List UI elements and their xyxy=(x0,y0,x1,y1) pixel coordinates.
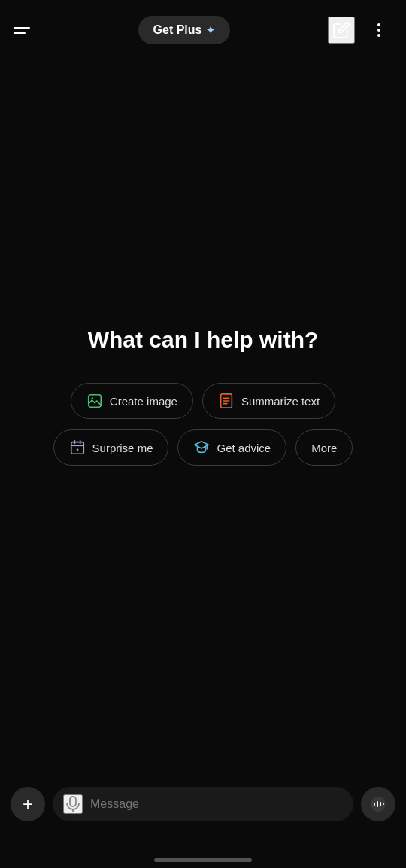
microphone-button[interactable] xyxy=(63,794,83,814)
svg-rect-0 xyxy=(89,395,102,408)
menu-button[interactable] xyxy=(14,17,41,44)
summarize-text-button[interactable]: Summarize text xyxy=(202,383,335,419)
get-plus-button[interactable]: Get Plus ✦ xyxy=(138,16,231,44)
header-right-actions xyxy=(328,17,392,44)
voice-wave-icon xyxy=(370,796,386,812)
page-headline: What can I help with? xyxy=(88,327,319,353)
add-icon: + xyxy=(23,794,33,815)
svg-rect-15 xyxy=(374,803,375,806)
summarize-text-label: Summarize text xyxy=(241,395,320,408)
suggestion-buttons-container: Create image Summarize text xyxy=(53,383,353,466)
message-input-area xyxy=(53,787,353,821)
get-advice-button[interactable]: Get advice xyxy=(177,429,286,466)
svg-point-10 xyxy=(76,448,78,451)
overflow-dot xyxy=(377,23,380,26)
mic-icon xyxy=(66,796,80,812)
edit-button[interactable] xyxy=(328,17,355,44)
voice-wave-button[interactable] xyxy=(361,787,395,821)
calendar-icon xyxy=(69,439,86,456)
suggestion-row-1: Create image Summarize text xyxy=(71,383,335,419)
edit-icon xyxy=(332,21,350,39)
document-icon xyxy=(218,393,235,409)
more-label: More xyxy=(311,442,337,454)
image-icon xyxy=(86,393,103,409)
create-image-label: Create image xyxy=(110,395,177,408)
message-input[interactable] xyxy=(90,797,343,811)
bottom-input-bar: + xyxy=(0,778,406,868)
get-plus-label: Get Plus xyxy=(153,23,202,37)
svg-rect-12 xyxy=(70,797,76,806)
overflow-dot xyxy=(377,34,380,37)
get-advice-label: Get advice xyxy=(217,442,271,454)
surprise-me-button[interactable]: Surprise me xyxy=(53,429,169,466)
overflow-menu-button[interactable] xyxy=(365,17,392,44)
more-button[interactable]: More xyxy=(295,429,353,466)
plus-star-icon: ✦ xyxy=(206,24,215,36)
graduation-icon xyxy=(193,439,210,456)
add-attachment-button[interactable]: + xyxy=(11,787,45,821)
header: Get Plus ✦ xyxy=(0,0,406,60)
svg-rect-18 xyxy=(383,803,384,805)
create-image-button[interactable]: Create image xyxy=(71,383,193,419)
suggestion-row-2: Surprise me Get advice More xyxy=(53,429,353,466)
overflow-dot xyxy=(377,29,380,32)
home-indicator xyxy=(154,858,252,862)
main-content: What can I help with? Create image xyxy=(0,60,406,778)
svg-point-1 xyxy=(91,397,93,399)
svg-rect-17 xyxy=(380,802,381,806)
surprise-me-label: Surprise me xyxy=(92,442,153,454)
svg-rect-16 xyxy=(377,801,378,807)
svg-rect-6 xyxy=(71,442,83,454)
